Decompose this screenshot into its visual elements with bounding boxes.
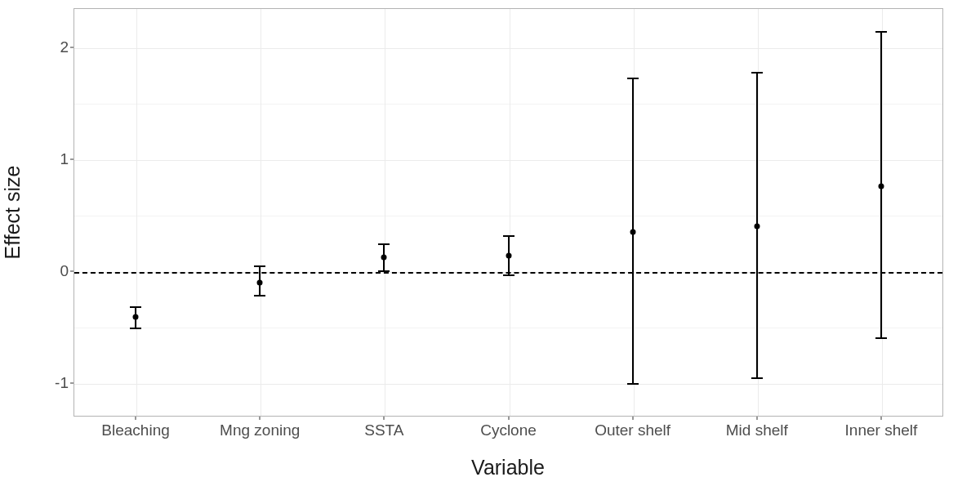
errorbar-cap (751, 377, 763, 379)
x-tick-label: Cyclone (480, 421, 537, 439)
effect-size-chart: Effect size Variable -1012BleachingMng z… (0, 0, 980, 486)
errorbar-cap (875, 337, 887, 339)
x-tick-mark (756, 417, 757, 420)
data-point (257, 279, 263, 285)
y-tick-label: 1 (3, 150, 69, 168)
y-tick-label: 0 (3, 262, 69, 280)
y-grid-minor (74, 328, 942, 328)
y-grid-major (74, 384, 942, 385)
x-tick-mark (384, 417, 385, 420)
y-grid-major (74, 48, 942, 49)
y-grid-minor (74, 104, 942, 105)
errorbar-cap (503, 274, 514, 276)
errorbar-cap (254, 265, 265, 267)
data-point (630, 229, 635, 234)
x-grid-major (882, 9, 883, 416)
x-grid-major (261, 9, 261, 416)
data-point (381, 255, 387, 261)
x-tick-label: SSTA (364, 421, 403, 439)
errorbar-cap (378, 270, 390, 272)
y-tick-label: -1 (3, 374, 69, 392)
y-tick-mark (70, 158, 74, 159)
errorbar-cap (751, 72, 763, 74)
data-point (878, 183, 884, 189)
errorbar-cap (378, 243, 390, 245)
errorbar-cap (627, 78, 639, 79)
x-grid-major (634, 9, 635, 416)
y-axis-title: Effect size (1, 166, 24, 260)
x-tick-label: Bleaching (101, 421, 169, 439)
x-grid-major (385, 9, 385, 416)
errorbar-cap (503, 235, 514, 237)
y-grid-major (74, 160, 942, 161)
x-grid-major (136, 9, 137, 416)
x-tick-label: Mng zoning (220, 421, 300, 439)
x-tick-mark (136, 417, 136, 420)
y-grid-minor (74, 216, 942, 216)
x-tick-label: Mid shelf (726, 421, 788, 439)
errorbar-cap (254, 295, 265, 297)
data-point (754, 224, 760, 230)
plot-panel (74, 8, 943, 417)
x-tick-label: Outer shelf (595, 421, 670, 439)
data-point (506, 252, 511, 258)
data-point (133, 314, 139, 320)
y-tick-mark (70, 270, 74, 271)
x-tick-mark (880, 417, 881, 420)
x-grid-major (510, 9, 510, 416)
x-tick-label: Inner shelf (845, 421, 918, 439)
x-tick-mark (508, 417, 509, 420)
y-tick-mark (70, 382, 74, 383)
y-tick-mark (70, 47, 74, 47)
errorbar-cap (627, 383, 639, 385)
errorbar-cap (130, 306, 141, 308)
errorbar-cap (875, 31, 887, 33)
y-tick-label: 2 (3, 38, 69, 56)
errorbar-cap (130, 328, 141, 329)
x-tick-mark (260, 417, 261, 420)
x-grid-major (758, 9, 759, 416)
x-axis-title: Variable (471, 456, 545, 479)
x-tick-mark (632, 417, 633, 420)
